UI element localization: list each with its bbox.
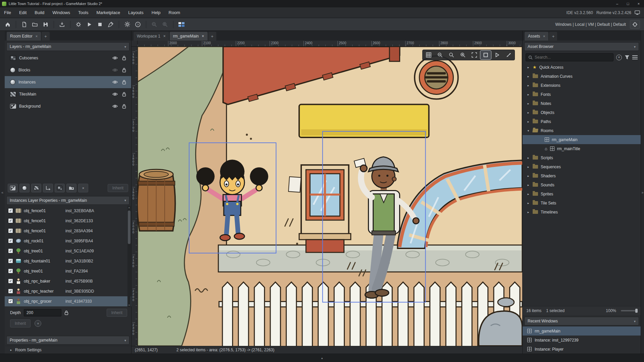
tab-room-editor[interactable]: Room Editor × xyxy=(7,32,41,41)
zoom-in-icon[interactable] xyxy=(160,20,170,29)
search-input[interactable] xyxy=(535,55,611,60)
home-button[interactable] xyxy=(3,20,13,29)
expander-icon[interactable]: ▸ xyxy=(527,93,530,96)
add-layer-folder-button[interactable] xyxy=(66,184,76,192)
zoom-out-icon[interactable] xyxy=(149,20,159,29)
instance-checkbox[interactable]: ✓ xyxy=(8,299,13,304)
expander-icon[interactable]: ▸ xyxy=(9,348,13,352)
expander-icon[interactable]: ▾ xyxy=(527,129,530,132)
close-button[interactable]: × xyxy=(633,0,644,7)
depth-inherit-button[interactable]: Inherit xyxy=(107,309,127,317)
recent-windows-dropdown[interactable]: Recent Windows ▾ xyxy=(524,317,639,325)
expander-icon[interactable]: ▸ xyxy=(527,165,530,169)
asset-tree-item[interactable]: ▸ ★ ⌂ Scripts xyxy=(523,153,641,162)
lock-icon[interactable] xyxy=(121,104,127,109)
visibility-eye-icon[interactable] xyxy=(112,68,118,72)
slider-knob[interactable] xyxy=(635,309,638,313)
target-manager-button[interactable] xyxy=(630,20,640,29)
asset-tree-item[interactable]: ▸ ★ ⌂ Tile Sets xyxy=(523,198,641,207)
save-project-icon[interactable] xyxy=(41,20,51,29)
scrollbar-thumb[interactable] xyxy=(128,210,130,244)
expander-icon[interactable]: ▸ xyxy=(527,84,530,87)
grid-toggle-icon[interactable] xyxy=(423,51,434,59)
play-room-icon[interactable] xyxy=(492,51,502,59)
clear-inherit-button[interactable]: × xyxy=(35,320,41,327)
asset-tree-item[interactable]: ★ ⌂ rm_gameMain xyxy=(523,135,641,144)
expander-icon[interactable]: ▸ xyxy=(527,183,530,187)
workspace-tab[interactable]: rm_gameMain × xyxy=(170,32,208,41)
search-box[interactable] xyxy=(526,53,613,61)
visibility-eye-icon[interactable] xyxy=(112,56,118,60)
recent-window-item[interactable]: rm_gameMain xyxy=(523,326,641,336)
close-tab-icon[interactable]: × xyxy=(202,34,204,39)
scroll-down-icon[interactable]: ▼ xyxy=(128,304,130,307)
instance-row[interactable]: ✓ obj_fountain01 inst_3A31B0B2 xyxy=(5,256,131,266)
instance-row[interactable]: ✓ obj_tree01 inst_FA2394 xyxy=(5,266,131,276)
asset-tree-item[interactable]: ▸ ★ ⌂ Extensions xyxy=(523,81,641,90)
game-options-icon[interactable] xyxy=(122,20,132,29)
lock-icon[interactable] xyxy=(121,68,127,72)
instance-checkbox[interactable]: ✓ xyxy=(8,228,13,233)
expander-icon[interactable]: ▸ xyxy=(527,75,530,78)
recent-window-item[interactable]: Instance: inst_12997239 xyxy=(523,336,641,345)
menu-item[interactable]: Edit xyxy=(15,7,31,18)
help-button[interactable]: ? xyxy=(133,20,143,29)
asset-tree-item[interactable]: ▸ ★ ⌂ Sequences xyxy=(523,162,641,171)
instance-row[interactable]: ✓ obj_npc_grocer inst_41847333 xyxy=(5,296,131,306)
expander-icon[interactable]: ▸ xyxy=(527,210,530,214)
add-asset-icon[interactable]: + xyxy=(616,55,622,60)
instance-row[interactable]: ✓ obj_fence01 inst_362DE133 xyxy=(5,216,131,226)
asset-tree-item[interactable]: ▾ ★ ⌂ Rooms xyxy=(523,126,641,135)
recent-window-item[interactable]: Instance: Player xyxy=(523,345,641,354)
stop-button[interactable] xyxy=(95,20,105,29)
lock-icon[interactable] xyxy=(121,56,127,60)
instance-checkbox[interactable]: ✓ xyxy=(8,289,13,294)
filter-icon[interactable] xyxy=(625,55,630,60)
menu-item[interactable]: Room xyxy=(165,7,184,18)
close-tab-icon[interactable]: × xyxy=(543,34,545,38)
expander-icon[interactable]: ▸ xyxy=(527,156,530,160)
expander-icon[interactable]: ▸ xyxy=(527,120,530,123)
instance-row[interactable]: ✓ obj_npc_teacher inst_3BE935DD xyxy=(5,286,131,296)
room-canvas[interactable] xyxy=(138,47,522,346)
layers-inherit-button[interactable]: Inherit xyxy=(108,184,128,192)
instance-checkbox[interactable]: ✓ xyxy=(8,208,13,213)
new-tab-button[interactable]: + xyxy=(549,32,557,41)
delete-layer-button[interactable]: × xyxy=(78,184,88,192)
asset-tree-item[interactable]: ▸ ★ ⌂ Notes xyxy=(523,99,641,108)
inherit-button[interactable]: Inherit xyxy=(10,319,31,327)
tab-assets[interactable]: Assets × xyxy=(525,32,548,41)
instance-row[interactable]: ✓ obj_npc_baker inst_4575B90B xyxy=(5,276,131,286)
zoom-slider[interactable] xyxy=(621,310,637,311)
asset-browser-dropdown[interactable]: Asset Browser ▾ xyxy=(524,42,639,51)
debug-button[interactable] xyxy=(73,20,84,29)
layers-dropdown[interactable]: Layers - rm_gameMain ▾ xyxy=(6,42,129,51)
lock-icon[interactable] xyxy=(121,80,127,84)
expander-icon[interactable]: ▸ xyxy=(527,201,530,205)
add-background-layer-button[interactable] xyxy=(8,184,18,192)
layer-row[interactable]: TilesMain xyxy=(5,88,131,100)
new-project-icon[interactable] xyxy=(19,20,29,29)
build-target-text[interactable]: Windows | Local | VM | Default | Default xyxy=(555,22,626,27)
asset-tree-item[interactable]: ▸ ★ ⌂ Paths xyxy=(523,117,641,126)
instance-checkbox[interactable]: ✓ xyxy=(8,248,13,253)
expander-icon[interactable]: ▸ xyxy=(527,174,530,178)
export-icon[interactable] xyxy=(57,20,67,29)
menu-item[interactable]: Windows xyxy=(48,7,74,18)
layer-row[interactable]: Background xyxy=(5,100,131,112)
instance-checkbox[interactable]: ✓ xyxy=(8,258,13,263)
run-button[interactable] xyxy=(84,20,94,29)
asset-tree-item[interactable]: ▸ ★ ⌂ Timelines xyxy=(523,207,641,217)
instance-checkbox[interactable]: ✓ xyxy=(8,238,13,243)
instances-scrollbar[interactable]: ▲ ▼ xyxy=(127,206,131,307)
instances-properties-dropdown[interactable]: Instances Layer Properties - rm_gameMain… xyxy=(6,196,129,205)
menu-item[interactable]: File xyxy=(0,7,15,18)
asset-tree-item[interactable]: ▸ ★ ⌂ Fonts xyxy=(523,90,641,99)
region-select-icon[interactable] xyxy=(480,51,491,59)
add-instance-layer-button[interactable] xyxy=(19,184,30,192)
expander-icon[interactable]: ▸ xyxy=(527,102,530,105)
add-path-layer-button[interactable] xyxy=(43,184,53,192)
add-tile-layer-button[interactable] xyxy=(31,184,41,192)
left-panel-collapse-strip[interactable]: « xyxy=(0,31,5,354)
new-tab-button[interactable]: + xyxy=(42,32,50,41)
